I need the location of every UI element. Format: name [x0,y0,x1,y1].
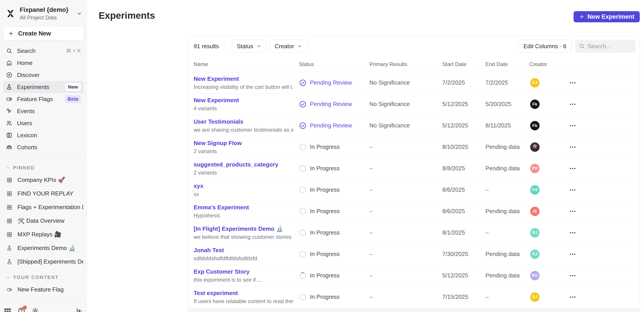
search-input[interactable] [588,43,632,50]
sidebar-item-cohorts[interactable]: Cohorts [3,141,84,153]
sidebar-item-flags-experimentation-demo[interactable]: Flags + Experimentation Demo 🧪 [0,200,87,214]
creator-photo-avatar [530,142,540,152]
search-icon [579,43,585,49]
new-experiment-button[interactable]: New Experiment [574,11,640,22]
search-box[interactable] [575,40,636,53]
row-actions-button[interactable] [567,99,578,110]
primary-results-cell: – [370,208,442,215]
table-row[interactable]: Exp Customer Story this experiment is to… [188,265,640,286]
creator-cell: PH [529,164,567,173]
edit-columns-button[interactable]: Edit Columns · 6 [518,40,572,53]
workspace-project: All Project Data [20,14,68,21]
experiment-link[interactable]: New Experiment [194,97,294,104]
primary-results-cell: No Significance [370,79,442,86]
creator-cell: BG [529,271,567,280]
primary-results-cell: No Significance [370,101,442,108]
row-actions-button[interactable] [567,184,578,195]
sidebar-item-users[interactable]: Users [3,117,84,129]
section-toggle-your-content[interactable]: YOUR CONTENT [0,272,87,283]
start-date-value: 8/1/2025 [442,229,465,236]
table-row[interactable]: xyx xx In Progress–8/6/2025–OS [188,179,640,201]
creator-cell: Fk [529,100,567,109]
creator-cell: DJ [529,78,567,88]
sidebar-item-label: Experiments [17,84,50,91]
row-actions-button[interactable] [567,77,578,88]
experiment-link[interactable]: suggested_products_category [194,161,294,168]
filter-status[interactable]: Status [232,40,266,53]
row-actions-button[interactable] [567,249,578,260]
end-date-cell: – [486,186,529,193]
row-actions-button[interactable] [567,206,578,217]
sidebar-item-new-feature-flag[interactable]: New Feature Flag [0,283,87,296]
sidebar-item-shipped-experiments-demo[interactable]: [Shipped] Experiments Demo 🖊️ [0,255,87,269]
actions-cell [567,163,634,174]
edit-columns-label: Edit Columns · 6 [524,43,566,50]
toggle-icon [6,287,12,293]
sidebar-item-experiments-demo[interactable]: Experiments Demo 🔬 [0,241,87,255]
table-row[interactable]: User Testimonials we are sharing custome… [188,115,640,136]
help-button[interactable] [18,307,26,312]
experiment-link[interactable]: User Testimonials [194,118,294,125]
sidebar-item-experiments[interactable]: ExperimentsNew [3,81,84,93]
experiment-link[interactable]: [In Flight] Experiments Demo 🔬 [194,225,294,232]
table-row[interactable]: [In Flight] Experiments Demo 🔬 we believ… [188,222,640,244]
sidebar-item-label: Flags + Experimentation Demo 🧪 [18,204,83,211]
experiment-link[interactable]: Exp Customer Story [194,268,294,275]
sidebar-item-mxp-replays[interactable]: MXP Replays 🎥 [0,228,87,241]
sidebar-item-label: Users [17,120,32,127]
table-row[interactable]: New Experiment 4 variants Pending Review… [188,94,640,115]
experiment-link[interactable]: New Experiment [194,75,294,82]
section-label: PINNED [13,165,35,171]
status-label: In Progress [310,251,340,258]
collapse-sidebar-button[interactable] [75,307,83,312]
status-cell: In Progress [299,207,370,215]
workspace-switcher[interactable]: Fixpanel {demo} All Project Data [0,0,87,25]
section-toggle-pinned[interactable]: PINNED [0,162,87,173]
create-new-button[interactable]: Create New [3,26,84,40]
primary-results-value: – [370,208,372,215]
sidebar-item-feature-flags[interactable]: Feature FlagsBeta [3,93,84,105]
discover-icon [6,72,12,78]
row-actions-button[interactable] [567,142,578,153]
row-actions-button[interactable] [567,227,578,238]
status-label: In Progress [310,229,340,236]
sidebar-item-data-overview[interactable]: 🛠️ Data Overview [0,214,87,228]
experiment-link[interactable]: xyx [194,182,294,189]
sidebar-item-home[interactable]: Home [3,57,84,69]
experiment-link[interactable]: New Signup Flow [194,140,294,147]
filter-creator[interactable]: Creator [270,40,307,53]
row-actions-button[interactable] [567,270,578,281]
end-date-value: 7/2/2025 [486,79,508,86]
toolbar-divider [225,41,226,51]
creator-cell [529,142,567,152]
sidebar-item-find-your-replay[interactable]: FIND YOUR REPLAY [0,187,87,200]
row-actions-button[interactable] [567,120,578,131]
sidebar-item-search[interactable]: Search⌘ + K [3,45,84,57]
table-row[interactable]: suggested_products_category 2 variants I… [188,158,640,179]
sidebar-item-discover[interactable]: Discover [3,69,84,81]
sidebar-item-events[interactable]: Events [3,105,84,117]
sidebar-section-pinned: PINNED Company KPIs 🚀 FIND YOUR REPLAY F… [0,162,87,269]
apps-button[interactable] [4,307,12,312]
sidebar-item-company-kpis[interactable]: Company KPIs 🚀 [0,173,87,187]
table-scroll-track [188,308,640,312]
experiment-link[interactable]: Emma's Experiment [194,204,294,211]
board-icon [6,177,12,183]
sidebar-item-lexicon[interactable]: Lexicon [3,129,84,141]
workspace-name: Fixpanel {demo} [20,6,68,13]
sidebar-item-label: Events [17,108,35,115]
row-actions-button[interactable] [567,163,578,174]
table-row[interactable]: New Experiment Increasing visibility of … [188,72,640,94]
settings-button[interactable] [31,307,39,312]
table-row[interactable]: Jonah Test sdfdsfdsfsdfdffdfdsfsdfdsfd I… [188,244,640,265]
experiment-link[interactable]: Test experiment [194,290,294,297]
experiment-subtitle: 4 variants [194,105,294,112]
table-row[interactable]: New Signup Flow 2 variants In Progress–8… [188,136,640,158]
table-row[interactable]: Test experiment If users have relatable … [188,286,640,308]
experiment-subtitle: 2 variants [194,170,294,176]
experiment-link[interactable]: Jonah Test [194,247,294,254]
row-actions-button[interactable] [567,292,578,303]
main-content: Experiments New Experiment 91 results St… [87,0,644,312]
status-cell: In Progress [299,272,370,280]
table-row[interactable]: Emma's Experiment Hypothesis In Progress… [188,201,640,222]
